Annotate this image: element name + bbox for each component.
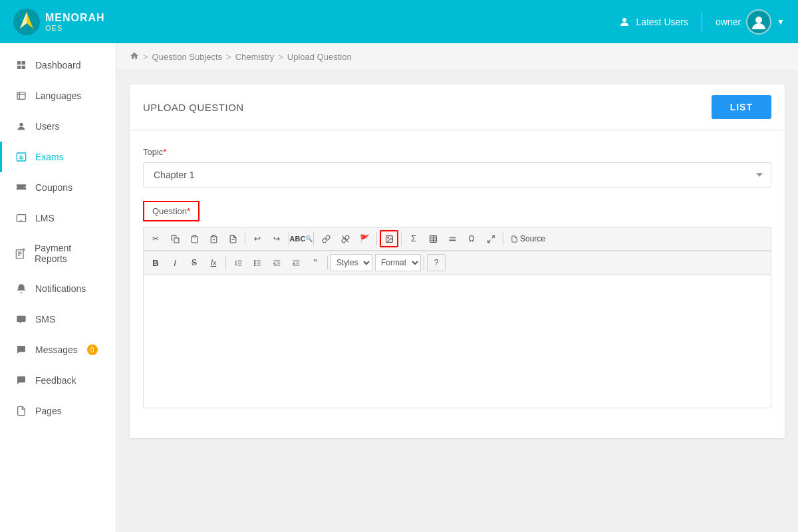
- sidebar-item-notifications[interactable]: Notifications: [0, 273, 116, 304]
- toolbar-blockquote-button[interactable]: ": [306, 254, 325, 271]
- sidebar-item-feedback-label: Feedback: [35, 375, 76, 386]
- toolbar-bold-button[interactable]: B: [146, 254, 165, 271]
- breadcrumb-current: Upload Question: [287, 52, 352, 62]
- latest-users-button[interactable]: Latest Users: [618, 16, 688, 28]
- toolbar-cut-button[interactable]: ✂: [146, 230, 165, 247]
- toolbar-removeformat-button[interactable]: Ix: [204, 254, 223, 271]
- lms-icon: [15, 212, 27, 224]
- avatar[interactable]: [746, 9, 771, 35]
- editor-body[interactable]: [144, 275, 771, 408]
- question-label-box: Question*: [143, 201, 200, 221]
- svg-point-3: [622, 18, 626, 22]
- sidebar-item-messages-label: Messages: [35, 344, 78, 355]
- toolbar-outdent-button[interactable]: [267, 254, 286, 271]
- sms-icon: [15, 313, 27, 325]
- toolbar-unlink-button[interactable]: [336, 230, 354, 247]
- content-box: UPLOAD QUESTION LIST Topic* Chapter 1: [130, 84, 785, 438]
- topic-select[interactable]: Chapter 1: [143, 162, 771, 188]
- toolbar-find-button[interactable]: ABC🔍: [292, 230, 311, 247]
- toolbar-redo-button[interactable]: ↪: [267, 230, 286, 247]
- toolbar-orderedlist-button[interactable]: [229, 254, 247, 271]
- sidebar-item-dashboard[interactable]: Dashboard: [0, 50, 116, 80]
- users-icon: [618, 16, 630, 28]
- question-form-group: Question* ✂: [143, 201, 771, 408]
- toolbar-indent-button[interactable]: [287, 254, 305, 271]
- toolbar-source-button[interactable]: Source: [506, 230, 550, 247]
- topic-label: Topic*: [143, 147, 771, 157]
- user-menu-chevron[interactable]: ▼: [777, 17, 785, 27]
- form-content: Topic* Chapter 1 Question*: [130, 130, 785, 438]
- toolbar-paste-plain-button[interactable]: [204, 230, 223, 247]
- exams-icon: [15, 151, 27, 163]
- toolbar-formula-button[interactable]: Σ: [404, 230, 423, 247]
- sidebar-item-pages-label: Pages: [35, 406, 62, 416]
- toolbar-hrule-button[interactable]: [443, 230, 462, 247]
- breadcrumb-sep-3: >: [278, 52, 283, 62]
- toolbar-paste-button[interactable]: [185, 230, 203, 247]
- toolbar-specialchar-button[interactable]: Ω: [462, 230, 481, 247]
- breadcrumb-sep-1: >: [143, 52, 148, 62]
- breadcrumb: > Question Subjects > Chemistry > Upload…: [116, 43, 798, 71]
- toolbar-strikethrough-button[interactable]: S: [185, 254, 203, 271]
- sidebar-item-sms[interactable]: SMS: [0, 304, 116, 334]
- breadcrumb-chemistry[interactable]: Chemistry: [235, 52, 275, 62]
- sidebar-item-feedback[interactable]: Feedback: [0, 365, 116, 396]
- breadcrumb-question-subjects[interactable]: Question Subjects: [152, 52, 223, 62]
- toolbar-undo-button[interactable]: ↩: [248, 230, 267, 247]
- svg-point-31: [387, 237, 388, 238]
- svg-rect-25: [193, 235, 196, 237]
- logo-sub: OES: [45, 24, 105, 32]
- sidebar-item-lms[interactable]: LMS: [0, 203, 116, 233]
- toolbar-styles-select[interactable]: Styles: [331, 254, 372, 271]
- toolbar-anchor-button[interactable]: 🚩: [355, 230, 374, 247]
- svg-rect-9: [17, 92, 25, 100]
- editor-toolbar-2: B I S Ix: [144, 251, 771, 275]
- toolbar-help-button[interactable]: ?: [427, 254, 446, 271]
- sidebar-item-messages[interactable]: Messages 0: [0, 334, 116, 365]
- sidebar-item-exams[interactable]: Exams: [0, 142, 116, 172]
- toolbar-maximize-button[interactable]: [481, 230, 500, 247]
- toolbar-italic-button[interactable]: I: [166, 254, 184, 271]
- svg-point-4: [755, 17, 762, 23]
- toolbar-unorderedlist-button[interactable]: [248, 254, 267, 271]
- toolbar-sep-6: [503, 232, 503, 245]
- svg-rect-26: [212, 235, 215, 237]
- feedback-icon: [15, 374, 27, 386]
- sidebar-item-payment-reports[interactable]: Payment Reports: [0, 233, 116, 273]
- languages-icon: [15, 90, 27, 102]
- toolbar-sep-4: [376, 232, 377, 245]
- toolbar-image-button[interactable]: [380, 230, 398, 247]
- avatar-icon: [750, 13, 767, 31]
- editor-container: ✂: [143, 227, 771, 408]
- sidebar-item-sms-label: SMS: [35, 314, 55, 325]
- sidebar-item-coupons[interactable]: Coupons: [0, 172, 116, 203]
- svg-rect-24: [174, 237, 178, 242]
- toolbar-source-label: Source: [520, 234, 545, 243]
- page-title: UPLOAD QUESTION: [143, 102, 244, 113]
- svg-line-39: [491, 235, 494, 238]
- toolbar-paste-word-button[interactable]: [223, 230, 242, 247]
- sidebar-item-notifications-label: Notifications: [35, 283, 86, 294]
- svg-point-49: [254, 264, 255, 265]
- toolbar-sep-8: [327, 256, 328, 269]
- svg-rect-5: [17, 61, 21, 65]
- layout: Dashboard Languages Users Exams Coupons: [0, 43, 798, 532]
- payment-reports-icon: [15, 247, 27, 259]
- sidebar-item-pages[interactable]: Pages: [0, 396, 116, 426]
- toolbar-copy-button[interactable]: [166, 230, 184, 247]
- toolbar-table-button[interactable]: [424, 230, 442, 247]
- header-divider: [702, 12, 702, 32]
- toolbar-link-button[interactable]: [317, 230, 335, 247]
- sidebar-item-dashboard-label: Dashboard: [35, 60, 81, 70]
- sidebar-item-users-label: Users: [35, 121, 60, 132]
- sidebar-item-languages[interactable]: Languages: [0, 80, 116, 111]
- toolbar-format-select[interactable]: Format: [375, 254, 421, 271]
- topic-form-group: Topic* Chapter 1: [143, 147, 771, 188]
- breadcrumb-home-icon[interactable]: [130, 51, 139, 63]
- sidebar-item-users[interactable]: Users: [0, 111, 116, 142]
- logo: MENORAH OES: [13, 9, 105, 35]
- list-button[interactable]: LIST: [712, 95, 771, 119]
- sidebar-item-coupons-label: Coupons: [35, 182, 72, 193]
- svg-point-48: [254, 262, 255, 263]
- sidebar-item-payment-reports-label: Payment Reports: [35, 243, 102, 264]
